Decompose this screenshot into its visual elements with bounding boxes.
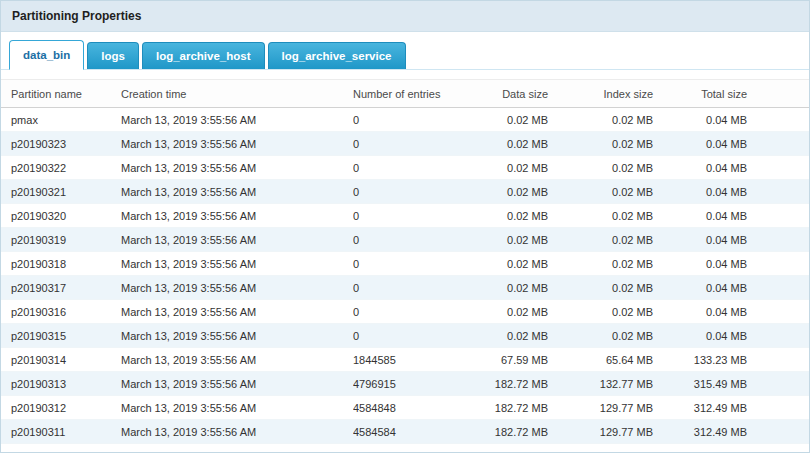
cell-index-size: 0.02 MB	[553, 300, 658, 324]
table-row[interactable]: p20190314March 13, 2019 3:55:56 AM184458…	[1, 348, 809, 372]
table-row[interactable]: p20190318March 13, 2019 3:55:56 AM00.02 …	[1, 252, 809, 276]
table-row[interactable]: p20190310March 13, 2019 3:55:56 AM455286…	[1, 444, 809, 453]
cell-data-size: 0.02 MB	[483, 276, 553, 300]
col-header-index-size: Index size	[553, 80, 658, 108]
cell-spacer	[752, 420, 809, 444]
cell-partition-name: p20190323	[1, 132, 121, 156]
col-header-entries: Number of entries	[353, 80, 483, 108]
cell-entries: 0	[353, 108, 483, 132]
cell-data-size: 0.02 MB	[483, 108, 553, 132]
cell-creation-time: March 13, 2019 3:55:56 AM	[121, 372, 353, 396]
cell-total-size: 0.04 MB	[658, 252, 752, 276]
table-row[interactable]: p20190321March 13, 2019 3:55:56 AM00.02 …	[1, 180, 809, 204]
cell-index-size: 132.77 MB	[553, 372, 658, 396]
cell-partition-name: p20190319	[1, 228, 121, 252]
cell-index-size: 129.77 MB	[553, 420, 658, 444]
cell-partition-name: p20190321	[1, 180, 121, 204]
partitioning-properties-panel: Partitioning Properties data_bin logs lo…	[0, 0, 810, 453]
cell-creation-time: March 13, 2019 3:55:56 AM	[121, 420, 353, 444]
table-row[interactable]: p20190316March 13, 2019 3:55:56 AM00.02 …	[1, 300, 809, 324]
cell-entries: 0	[353, 156, 483, 180]
cell-spacer	[752, 348, 809, 372]
table-row[interactable]: p20190319March 13, 2019 3:55:56 AM00.02 …	[1, 228, 809, 252]
cell-creation-time: March 13, 2019 3:55:56 AM	[121, 132, 353, 156]
cell-data-size: 182.72 MB	[483, 420, 553, 444]
cell-partition-name: p20190314	[1, 348, 121, 372]
cell-index-size: 129.77 MB	[553, 396, 658, 420]
cell-entries: 4584584	[353, 420, 483, 444]
table-row[interactable]: p20190323March 13, 2019 3:55:56 AM00.02 …	[1, 132, 809, 156]
cell-index-size: 0.02 MB	[553, 108, 658, 132]
cell-total-size: 309.49 MB	[658, 444, 752, 453]
cell-partition-name: pmax	[1, 108, 121, 132]
cell-data-size: 0.02 MB	[483, 228, 553, 252]
table-row[interactable]: p20190311March 13, 2019 3:55:56 AM458458…	[1, 420, 809, 444]
cell-creation-time: March 13, 2019 3:55:56 AM	[121, 228, 353, 252]
partitions-table: Partition name Creation time Number of e…	[1, 79, 809, 453]
cell-total-size: 133.23 MB	[658, 348, 752, 372]
cell-index-size: 0.02 MB	[553, 132, 658, 156]
cell-total-size: 0.04 MB	[658, 108, 752, 132]
cell-index-size: 127.77 MB	[553, 444, 658, 453]
cell-total-size: 0.04 MB	[658, 228, 752, 252]
cell-data-size: 0.02 MB	[483, 300, 553, 324]
table-row[interactable]: p20190315March 13, 2019 3:55:56 AM00.02 …	[1, 324, 809, 348]
cell-total-size: 0.04 MB	[658, 276, 752, 300]
col-header-creation-time: Creation time	[121, 80, 353, 108]
cell-partition-name: p20190320	[1, 204, 121, 228]
cell-index-size: 65.64 MB	[553, 348, 658, 372]
table-row[interactable]: p20190313March 13, 2019 3:55:56 AM479691…	[1, 372, 809, 396]
cell-entries: 0	[353, 276, 483, 300]
table-row[interactable]: pmaxMarch 13, 2019 3:55:56 AM00.02 MB0.0…	[1, 108, 809, 132]
table-row[interactable]: p20190317March 13, 2019 3:55:56 AM00.02 …	[1, 276, 809, 300]
cell-total-size: 0.04 MB	[658, 180, 752, 204]
table-row[interactable]: p20190322March 13, 2019 3:55:56 AM00.02 …	[1, 156, 809, 180]
cell-spacer	[752, 180, 809, 204]
cell-spacer	[752, 228, 809, 252]
col-header-total-size: Total size	[658, 80, 752, 108]
cell-data-size: 182.72 MB	[483, 372, 553, 396]
cell-spacer	[752, 372, 809, 396]
col-header-data-size: Data size	[483, 80, 553, 108]
cell-data-size: 0.02 MB	[483, 324, 553, 348]
cell-data-size: 182.72 MB	[483, 396, 553, 420]
cell-creation-time: March 13, 2019 3:55:56 AM	[121, 108, 353, 132]
cell-index-size: 0.02 MB	[553, 180, 658, 204]
cell-partition-name: p20190313	[1, 372, 121, 396]
tab-label: log_archive_host	[156, 50, 251, 62]
title-bar: Partitioning Properties	[1, 1, 809, 32]
cell-creation-time: March 13, 2019 3:55:56 AM	[121, 156, 353, 180]
tab-label: logs	[101, 50, 125, 62]
cell-creation-time: March 13, 2019 3:55:56 AM	[121, 276, 353, 300]
cell-partition-name: p20190312	[1, 396, 121, 420]
cell-spacer	[752, 324, 809, 348]
cell-data-size: 0.02 MB	[483, 180, 553, 204]
cell-entries: 0	[353, 324, 483, 348]
cell-entries: 1844585	[353, 348, 483, 372]
cell-total-size: 0.04 MB	[658, 132, 752, 156]
cell-total-size: 315.49 MB	[658, 372, 752, 396]
cell-partition-name: p20190322	[1, 156, 121, 180]
page-title: Partitioning Properties	[12, 9, 141, 23]
tab-data-bin[interactable]: data_bin	[9, 40, 84, 70]
tab-log-archive-host[interactable]: log_archive_host	[142, 42, 265, 69]
cell-data-size: 0.02 MB	[483, 156, 553, 180]
tab-logs[interactable]: logs	[87, 42, 139, 69]
cell-data-size: 0.02 MB	[483, 204, 553, 228]
tab-log-archive-service[interactable]: log_archive_service	[268, 42, 406, 69]
cell-data-size: 0.02 MB	[483, 132, 553, 156]
cell-total-size: 312.49 MB	[658, 420, 752, 444]
cell-index-size: 0.02 MB	[553, 324, 658, 348]
cell-entries: 4584848	[353, 396, 483, 420]
table-row[interactable]: p20190320March 13, 2019 3:55:56 AM00.02 …	[1, 204, 809, 228]
table-row[interactable]: p20190312March 13, 2019 3:55:56 AM458484…	[1, 396, 809, 420]
tab-label: data_bin	[23, 49, 70, 61]
table-body: pmaxMarch 13, 2019 3:55:56 AM00.02 MB0.0…	[1, 108, 809, 453]
cell-spacer	[752, 156, 809, 180]
cell-data-size: 181.72 MB	[483, 444, 553, 453]
tab-bar: data_bin logs log_archive_host log_archi…	[1, 32, 809, 70]
cell-entries: 0	[353, 228, 483, 252]
cell-entries: 0	[353, 132, 483, 156]
cell-spacer	[752, 252, 809, 276]
cell-creation-time: March 13, 2019 3:55:56 AM	[121, 444, 353, 453]
